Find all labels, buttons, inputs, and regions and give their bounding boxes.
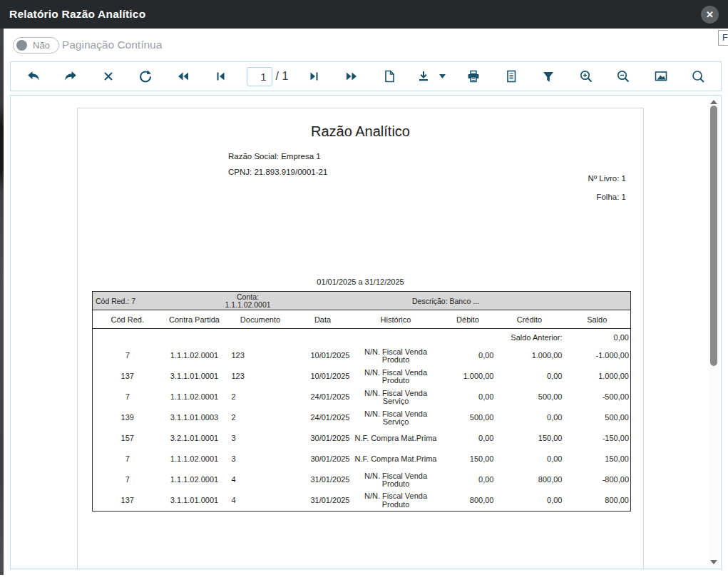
scrollbar-thumb[interactable] [710, 106, 717, 366]
cell-debito: 0,00 [441, 387, 496, 408]
cell-saldo: -1.000,00 [564, 346, 631, 367]
print-button[interactable] [462, 65, 485, 88]
print-icon [466, 69, 481, 83]
cell-data: 24/01/2025 [294, 408, 352, 429]
cell-documento: 3 [227, 429, 294, 449]
col-header-historico: Histórico [352, 310, 441, 329]
report-title: Razão Analítico [78, 123, 643, 140]
first-page-button[interactable] [209, 65, 232, 88]
cell-saldo: -800,00 [564, 470, 631, 491]
export-document-button[interactable] [500, 65, 523, 88]
band-descricao: Descrição: Banco ... [310, 297, 581, 305]
report-period: 01/01/2025 a 31/12/2025 [78, 278, 643, 286]
clipped-tooltip: F [718, 30, 728, 46]
cancel-button[interactable] [97, 65, 120, 88]
cell-data: 10/01/2025 [294, 367, 352, 387]
cell-saldo: 800,00 [564, 491, 631, 512]
close-icon: ✕ [706, 9, 714, 20]
scroll-down-icon[interactable] [710, 560, 717, 564]
table-row: 137 3.1.1.01.0001 4 31/01/2025 N/N. Fisc… [93, 491, 631, 512]
cell-saldo: 1.000,00 [564, 367, 631, 387]
download-button[interactable] [415, 65, 432, 88]
continuous-pagination-toggle[interactable]: Não [13, 37, 59, 54]
last-page-icon [309, 71, 320, 82]
cell-debito: 0,00 [441, 429, 496, 449]
cell-historico: N/N. Fiscal Venda Produto [352, 346, 441, 367]
table-row: 157 3.2.1.01.0001 3 30/01/2025 N.F. Comp… [93, 429, 631, 449]
cell-historico: N/N. Fiscal Venda Produto [352, 470, 441, 491]
cell-saldo: -150,00 [564, 429, 631, 449]
cell-contra-partida: 3.2.1.01.0001 [163, 429, 227, 449]
toggle-label: Paginação Contínua [62, 39, 162, 51]
last-page-button[interactable] [303, 65, 326, 88]
dialog-titlebar: Relatório Razão Analítico ✕ [0, 0, 728, 29]
page-total-label: / 1 [276, 70, 289, 83]
cell-documento: 4 [227, 491, 294, 512]
cell-documento: 2 [227, 387, 294, 408]
cell-documento: 2 [227, 408, 294, 429]
cnpj: CPNJ: 21.893.919/0001-21 [228, 164, 327, 180]
band-conta: Conta: 1.1.1.02.0001 [185, 293, 310, 309]
cell-contra-partida: 1.1.1.02.0001 [163, 346, 227, 367]
filter-button[interactable] [537, 65, 560, 88]
cell-data: 24/01/2025 [294, 387, 352, 408]
cell-historico: N/N. Fiscal Venda Serviço [352, 387, 441, 408]
page-icon [382, 69, 396, 83]
cell-cod-red: 7 [93, 470, 163, 491]
report-page: Razão Analítico Razão Social: Empresa 1 … [77, 108, 644, 569]
cell-contra-partida: 3.1.1.01.0001 [163, 367, 227, 387]
cell-cod-red: 7 [93, 449, 163, 470]
cell-debito: 0,00 [441, 346, 496, 367]
close-button[interactable]: ✕ [701, 6, 719, 24]
undo-button[interactable] [22, 65, 45, 88]
table-row: 137 3.1.1.01.0001 123 10/01/2025 N/N. Fi… [93, 367, 631, 387]
cell-data: 30/01/2025 [294, 429, 352, 449]
next-page-button[interactable] [340, 65, 363, 88]
cell-documento: 123 [227, 367, 294, 387]
table-row: 7 1.1.1.02.0001 3 30/01/2025 N.F. Compra… [93, 449, 631, 470]
page-number-input[interactable] [247, 67, 272, 86]
zoom-in-button[interactable] [575, 65, 598, 88]
download-icon [417, 70, 430, 83]
clipped-tooltip-text: F [722, 33, 728, 43]
fullscreen-icon [654, 70, 668, 83]
previous-page-button[interactable] [172, 65, 195, 88]
col-header-cod-red: Cód Red. [93, 310, 163, 329]
download-group [415, 65, 448, 88]
col-header-saldo: Saldo [564, 310, 631, 329]
download-options-button[interactable] [436, 65, 448, 88]
page-navigation: / 1 [247, 67, 289, 86]
cell-data: 31/01/2025 [294, 491, 352, 512]
col-header-documento: Documento [227, 310, 294, 329]
cell-debito: 150,00 [441, 449, 496, 470]
cell-credito: 150,00 [496, 429, 564, 449]
razao-social: Razão Social: Empresa 1 [228, 148, 327, 164]
cell-cod-red: 137 [93, 367, 163, 387]
cell-historico: N/N. Fiscal Venda Produto [352, 367, 441, 387]
scroll-up-icon[interactable] [710, 100, 717, 104]
cell-contra-partida: 1.1.1.02.0001 [163, 387, 227, 408]
saldo-anterior-value: 0,00 [564, 329, 631, 346]
cell-contra-partida: 1.1.1.02.0001 [163, 470, 227, 491]
cell-cod-red: 157 [93, 429, 163, 449]
single-page-view-button[interactable] [378, 65, 401, 88]
chevron-down-icon [439, 74, 446, 78]
refresh-button[interactable] [134, 65, 157, 88]
cell-contra-partida: 3.1.1.01.0001 [163, 491, 227, 512]
column-header-row: Cód Red. Contra Partida Documento Data H… [93, 310, 631, 329]
cell-documento: 3 [227, 449, 294, 470]
zoom-out-button[interactable] [612, 65, 635, 88]
cell-cod-red: 7 [93, 387, 163, 408]
redo-button[interactable] [59, 65, 82, 88]
toggle-value: Não [33, 40, 50, 51]
report-rows: 7 1.1.1.02.0001 123 10/01/2025 N/N. Fisc… [93, 346, 631, 512]
cell-historico: N.F. Compra Mat.Prima [352, 429, 441, 449]
cell-credito: 0,00 [496, 408, 564, 429]
cell-historico: N/N. Fiscal Venda Serviço [352, 408, 441, 429]
table-row: 7 1.1.1.02.0001 2 24/01/2025 N/N. Fiscal… [93, 387, 631, 408]
vertical-scrollbar[interactable] [708, 96, 719, 569]
fullscreen-button[interactable] [650, 65, 672, 88]
refresh-icon [138, 69, 153, 83]
report-table-wrap: Cód Red.: 7 Conta: 1.1.1.02.0001 Descriç… [92, 291, 630, 512]
search-button[interactable] [687, 65, 709, 88]
